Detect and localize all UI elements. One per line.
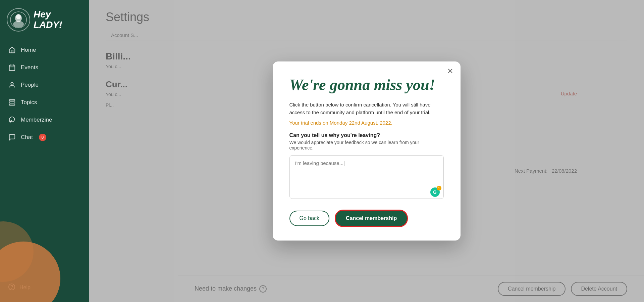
modal-title: We're gonna miss you! <box>289 76 444 94</box>
svg-rect-9 <box>9 100 15 101</box>
home-icon <box>8 46 16 54</box>
main-content: Settings Account S... Billi... You c... … <box>89 0 644 302</box>
svg-rect-4 <box>9 65 15 71</box>
sidebar-item-topics[interactable]: Topics <box>3 94 86 111</box>
modal-overlay: ✕ We're gonna miss you! Click the button… <box>89 0 644 302</box>
svg-rect-10 <box>9 102 15 103</box>
svg-rect-11 <box>9 104 15 105</box>
modal-close-button[interactable]: ✕ <box>447 68 453 75</box>
sidebar: Hey LADY! Home Events <box>0 0 89 302</box>
sidebar-item-label: Events <box>21 64 38 71</box>
leaf-icon <box>8 116 16 124</box>
sidebar-item-memberzine[interactable]: Memberzine <box>3 112 86 128</box>
list-icon <box>8 98 16 106</box>
modal-trial-date: Your trial ends on Monday 22nd August, 2… <box>289 120 444 126</box>
modal-cancel-membership-button[interactable]: Cancel membership <box>335 210 408 227</box>
modal-feedback-title: Can you tell us why you're leaving? <box>289 132 444 138</box>
svg-point-2 <box>13 21 24 28</box>
sidebar-item-label: People <box>21 82 39 88</box>
logo-area: Hey LADY! <box>0 0 89 42</box>
go-back-button[interactable]: Go back <box>289 211 330 226</box>
sidebar-item-label: Chat <box>21 134 33 141</box>
sidebar-item-chat[interactable]: Chat 0 <box>3 129 86 146</box>
brand-name: Hey LADY! <box>34 9 62 30</box>
modal-actions: Go back Cancel membership <box>289 210 444 227</box>
modal-description: Click the button below to confirm cancel… <box>289 101 444 117</box>
sidebar-item-label: Home <box>21 47 36 53</box>
person-icon <box>8 81 16 89</box>
svg-point-8 <box>11 83 13 85</box>
sidebar-item-people[interactable]: People <box>3 77 86 93</box>
chat-icon <box>8 133 16 141</box>
sidebar-item-label: Topics <box>21 99 37 106</box>
grammarly-icon: G 1 <box>430 187 440 197</box>
svg-point-3 <box>16 14 21 19</box>
grammarly-badge: 1 <box>437 186 441 190</box>
feedback-textarea[interactable] <box>289 155 444 199</box>
chat-badge: 0 <box>39 134 46 141</box>
logo-circle <box>7 8 30 32</box>
sidebar-item-home[interactable]: Home <box>3 42 86 58</box>
modal-feedback-subtitle: We would appreciate your feedback so we … <box>289 140 444 150</box>
modal-dialog: ✕ We're gonna miss you! Click the button… <box>273 61 461 240</box>
feedback-textarea-wrapper: G 1 <box>289 155 444 200</box>
calendar-icon <box>8 63 16 72</box>
sidebar-item-events[interactable]: Events <box>3 59 86 76</box>
sidebar-item-label: Memberzine <box>21 117 52 123</box>
